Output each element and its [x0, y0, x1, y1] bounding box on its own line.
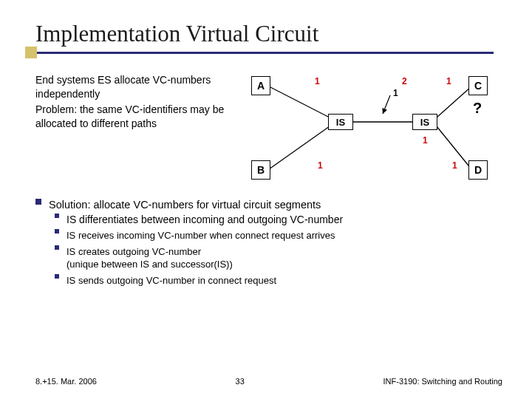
bullet-l3b: IS creates outgoing VC-number (unique be… — [55, 245, 502, 271]
bullet-l3b-text: IS creates outgoing VC-number (unique be… — [66, 245, 502, 271]
bullet-icon — [55, 245, 59, 250]
footer-date: 8.+15. Mar. 2006 — [35, 377, 97, 386]
bullet-l1-text: Solution: allocate VC-numbers for virtua… — [49, 199, 502, 211]
title-accent-box — [25, 47, 37, 58]
bullet-l3a-text: IS receives incoming VC-number when conn… — [66, 229, 502, 242]
label-mid-top: 2 — [402, 76, 407, 86]
label-a-out: 1 — [315, 76, 320, 86]
label-d-in: 1 — [452, 160, 457, 171]
node-is2: IS — [412, 114, 437, 130]
node-is1: IS — [328, 114, 353, 130]
bullet-icon — [55, 214, 59, 218]
bullet-icon — [55, 274, 59, 279]
svg-line-4 — [437, 86, 471, 117]
node-d: D — [468, 160, 488, 180]
label-mid-arrow: 1 — [393, 88, 398, 98]
vc-diagram: A B C D IS IS 1 2 1 1 1 1 1 ? — [241, 73, 485, 184]
svg-line-0 — [269, 86, 330, 117]
label-b-out: 1 — [318, 160, 323, 171]
bullet-icon — [55, 229, 59, 233]
intro-row: End systems ES allocate VC-numbers indep… — [35, 73, 502, 184]
question-mark: ? — [473, 100, 482, 117]
footer: 8.+15. Mar. 2006 33 INF-3190: Switching … — [35, 377, 502, 386]
label-c-in: 1 — [446, 76, 451, 86]
intro-line1: End systems ES allocate VC-numbers indep… — [35, 73, 228, 101]
bullet-l3c-text: IS sends outgoing VC-number in connect r… — [66, 274, 502, 287]
bullet-l2: IS differentiates between incoming and o… — [55, 214, 502, 225]
bullet-l3a: IS receives incoming VC-number when conn… — [55, 229, 502, 242]
footer-page: 33 — [236, 377, 245, 386]
footer-course: INF-3190: Switching and Routing — [383, 377, 502, 386]
bullet-icon — [35, 199, 41, 205]
intro-text: End systems ES allocate VC-numbers indep… — [35, 73, 228, 184]
bullet-list: Solution: allocate VC-numbers for virtua… — [35, 199, 502, 287]
diagram-wires — [241, 73, 485, 184]
bullet-l1: Solution: allocate VC-numbers for virtua… — [35, 199, 502, 211]
bullet-l2-text: IS differentiates between incoming and o… — [66, 214, 502, 225]
slide: Implementation Virtual Circuit End syste… — [0, 0, 532, 399]
bullet-l3c: IS sends outgoing VC-number in connect r… — [55, 274, 502, 287]
slide-title: Implementation Virtual Circuit — [35, 21, 502, 47]
node-a: A — [251, 76, 270, 95]
title-underline — [35, 52, 494, 54]
intro-line2: Problem: the same VC-identifiers may be … — [35, 103, 228, 131]
node-c: C — [468, 76, 488, 95]
label-is2-down: 1 — [423, 135, 428, 146]
svg-line-3 — [383, 95, 390, 114]
node-b: B — [251, 160, 270, 180]
